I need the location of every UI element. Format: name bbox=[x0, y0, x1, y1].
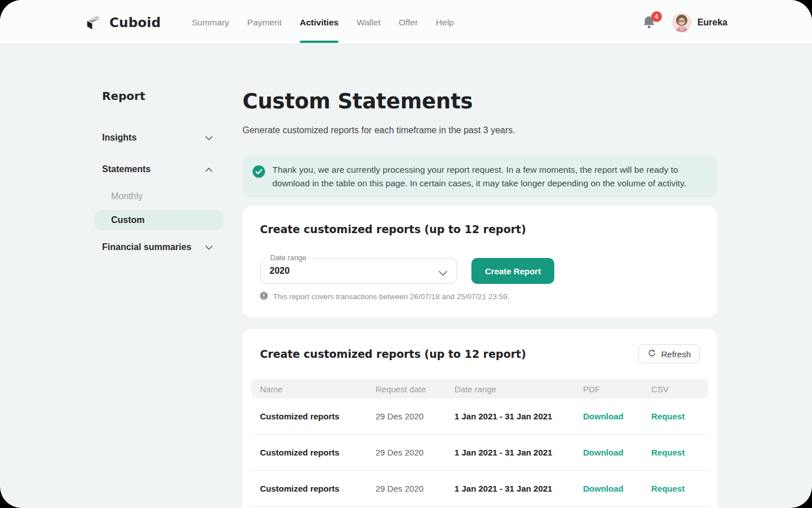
create-card-heading: Create customized reports (up to 12 repo… bbox=[260, 223, 526, 235]
chevron-down-icon bbox=[205, 133, 213, 143]
info-icon bbox=[260, 292, 268, 301]
download-pdf-link[interactable]: Download bbox=[583, 411, 651, 421]
request-csv-link[interactable]: Request bbox=[651, 411, 708, 421]
sidebar-item-financial-summaries[interactable]: Financial summaries bbox=[102, 242, 213, 252]
sidebar-item-statements[interactable]: Statements bbox=[102, 164, 213, 174]
date-range-select[interactable]: Date range 2020 bbox=[260, 258, 457, 284]
col-name: Name bbox=[260, 384, 376, 394]
reports-table: Name Request date Date range PDF CSV Cus… bbox=[251, 379, 708, 507]
col-pdf: PDF bbox=[583, 384, 651, 394]
chevron-up-icon bbox=[205, 164, 213, 174]
report-coverage-note: This report covers transactions between … bbox=[260, 292, 510, 301]
cell-report-name: Customized reports bbox=[260, 448, 376, 457]
refresh-button[interactable]: Refresh bbox=[638, 344, 700, 364]
sidebar-item-monthly[interactable]: Monthly bbox=[111, 191, 143, 202]
cell-request-date: 29 Des 2020 bbox=[376, 411, 454, 421]
col-csv: CSV bbox=[651, 384, 708, 394]
date-range-value: 2020 bbox=[270, 259, 290, 283]
nav-summary[interactable]: Summary bbox=[192, 16, 229, 29]
brand-logo[interactable]: Cuboid bbox=[86, 0, 161, 45]
cell-report-name: Customized reports bbox=[260, 484, 376, 493]
cell-date-range: 1 Jan 2021 - 31 Jan 2021 bbox=[454, 484, 583, 493]
table-header-row: Name Request date Date range PDF CSV bbox=[251, 379, 708, 398]
reports-table-card: Create customized reports (up to 12 repo… bbox=[242, 329, 717, 508]
sidebar-title: Report bbox=[102, 89, 145, 103]
sidebar-insights-label: Insights bbox=[102, 133, 136, 143]
download-pdf-link[interactable]: Download bbox=[583, 484, 651, 493]
note-text: This report covers transactions between … bbox=[273, 292, 510, 301]
cell-request-date: 29 Des 2020 bbox=[376, 484, 454, 493]
reports-card-header: Create customized reports (up to 12 repo… bbox=[260, 343, 700, 365]
table-row: Customized reports 29 Des 2020 1 Jan 202… bbox=[251, 471, 708, 507]
alert-message: Thank you, we are currently processing y… bbox=[272, 163, 703, 190]
reports-card-heading: Create customized reports (up to 12 repo… bbox=[260, 348, 526, 360]
brand-name: Cuboid bbox=[109, 15, 161, 30]
page-subtitle: Generate customized reports for each tim… bbox=[242, 125, 515, 135]
col-request-date: Request date bbox=[376, 384, 454, 394]
sidebar-statements-label: Statements bbox=[102, 164, 151, 174]
chevron-down-icon bbox=[205, 242, 213, 252]
main-content: Custom Statements Generate customized re… bbox=[242, 0, 717, 508]
cell-date-range: 1 Jan 2021 - 31 Jan 2021 bbox=[454, 411, 583, 421]
download-pdf-link[interactable]: Download bbox=[583, 448, 651, 457]
create-report-card: Create customized reports (up to 12 repo… bbox=[242, 206, 717, 318]
table-row: Customized reports 29 Des 2020 1 Jan 202… bbox=[251, 435, 708, 471]
sidebar-custom-label: Custom bbox=[111, 210, 145, 230]
col-date-range: Date range bbox=[454, 384, 583, 394]
table-row: Customized reports 29 Des 2020 1 Jan 202… bbox=[251, 398, 708, 435]
request-csv-link[interactable]: Request bbox=[651, 484, 708, 493]
refresh-icon bbox=[647, 349, 656, 360]
chevron-down-icon bbox=[439, 268, 447, 278]
sidebar-item-custom[interactable]: Custom bbox=[94, 210, 224, 230]
cell-request-date: 29 Des 2020 bbox=[376, 448, 454, 457]
app-window: Cuboid Summary Payment Activities Wallet… bbox=[0, 0, 812, 508]
success-alert: Thank you, we are currently processing y… bbox=[242, 156, 717, 197]
cuboid-logo-icon bbox=[86, 12, 103, 33]
report-sidebar: Report Insights Statements Monthly Custo… bbox=[94, 85, 224, 277]
sidebar-financial-label: Financial summaries bbox=[102, 242, 191, 252]
sidebar-item-insights[interactable]: Insights bbox=[102, 133, 213, 143]
cell-report-name: Customized reports bbox=[260, 411, 376, 421]
request-csv-link[interactable]: Request bbox=[651, 448, 708, 457]
page-title: Custom Statements bbox=[242, 89, 473, 113]
create-report-button[interactable]: Create Report bbox=[471, 258, 554, 284]
check-circle-icon bbox=[253, 165, 265, 190]
cell-date-range: 1 Jan 2021 - 31 Jan 2021 bbox=[454, 448, 583, 457]
refresh-label: Refresh bbox=[661, 349, 691, 359]
